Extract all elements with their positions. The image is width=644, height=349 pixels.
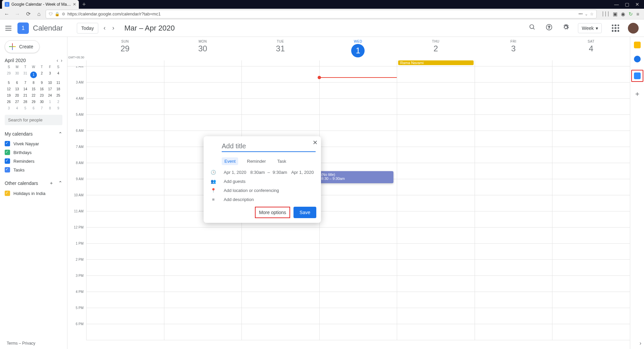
search-people-input[interactable] <box>5 115 62 125</box>
mini-day[interactable]: 19 <box>5 94 13 97</box>
time-cell[interactable] <box>552 99 630 115</box>
time-cell[interactable] <box>397 147 475 163</box>
time-cell[interactable] <box>552 324 630 340</box>
day-header[interactable]: THU2 <box>397 37 475 60</box>
time-cell[interactable] <box>397 211 475 228</box>
time-cell[interactable] <box>475 179 552 195</box>
time-cell[interactable] <box>319 115 397 131</box>
time-cell[interactable] <box>319 228 397 244</box>
settings-gear-icon[interactable] <box>562 24 569 32</box>
time-cell[interactable] <box>86 179 164 195</box>
time-cell[interactable] <box>475 131 552 147</box>
time-cell[interactable] <box>86 324 164 340</box>
mini-day[interactable]: 26 <box>5 100 13 104</box>
time-cell[interactable] <box>552 66 630 83</box>
mini-day[interactable]: 3 <box>5 106 13 110</box>
mini-day[interactable]: 10 <box>46 81 54 85</box>
main-menu-button[interactable] <box>5 24 13 32</box>
mini-day[interactable]: 4 <box>54 71 62 78</box>
calendar-grid[interactable]: GMT+05:30SUN29MON30TUE31WED1THU2FRI3SAT4… <box>67 37 630 349</box>
time-cell[interactable] <box>397 276 475 292</box>
day-header[interactable]: FRI3 <box>475 37 552 60</box>
time-cell[interactable] <box>241 99 319 115</box>
time-cell[interactable] <box>86 260 164 276</box>
add-description-field[interactable]: Add description <box>224 197 254 202</box>
checkbox-icon[interactable] <box>5 141 10 146</box>
time-cell[interactable] <box>86 66 164 83</box>
mini-day[interactable]: 24 <box>46 94 54 97</box>
next-period-button[interactable]: › <box>111 23 116 33</box>
time-cell[interactable] <box>164 66 242 83</box>
time-cell[interactable] <box>86 244 164 260</box>
time-cell[interactable] <box>475 324 552 340</box>
time-cell[interactable] <box>475 115 552 131</box>
checkbox-icon[interactable] <box>5 191 10 196</box>
time-cell[interactable] <box>397 195 475 211</box>
mini-day[interactable]: 14 <box>21 87 30 91</box>
allday-cell[interactable] <box>319 60 397 66</box>
time-cell[interactable] <box>397 179 475 195</box>
time-cell[interactable] <box>552 211 630 228</box>
time-cell[interactable] <box>552 131 630 147</box>
end-time[interactable]: 9:30am <box>273 170 287 175</box>
time-cell[interactable] <box>475 195 552 211</box>
time-cell[interactable] <box>475 163 552 179</box>
time-cell[interactable] <box>241 276 319 292</box>
time-cell[interactable] <box>475 147 552 163</box>
day-header[interactable]: SUN29 <box>86 37 164 60</box>
time-cell[interactable] <box>397 83 475 99</box>
mini-day[interactable]: 23 <box>38 94 46 97</box>
mini-day[interactable]: 20 <box>13 94 21 97</box>
time-cell[interactable] <box>475 276 552 292</box>
time-cell[interactable] <box>552 292 630 308</box>
back-button[interactable]: ← <box>3 10 11 18</box>
pocket-icon[interactable]: ⌄ <box>585 12 588 16</box>
time-cell[interactable] <box>241 115 319 131</box>
add-addon-icon[interactable]: ＋ <box>634 89 641 98</box>
save-button[interactable]: Save <box>293 207 316 218</box>
mini-day[interactable]: 8 <box>46 106 54 110</box>
hide-panel-button[interactable]: › <box>640 340 641 346</box>
reload-button[interactable]: ⟳ <box>24 10 32 18</box>
mini-day[interactable]: 25 <box>54 94 62 97</box>
time-cell[interactable] <box>241 292 319 308</box>
calendar-toggle[interactable]: Birthdays <box>5 148 62 157</box>
checkbox-icon[interactable] <box>5 167 10 172</box>
time-cell[interactable] <box>164 244 242 260</box>
time-cell[interactable] <box>241 83 319 99</box>
time-cell[interactable] <box>86 115 164 131</box>
more-options-button[interactable]: More options <box>255 207 290 218</box>
calendar-toggle[interactable]: Vivek Nayyar <box>5 139 62 148</box>
time-cell[interactable] <box>164 115 242 131</box>
mini-day[interactable]: 7 <box>38 106 46 110</box>
tasks-icon[interactable] <box>634 56 641 62</box>
time-cell[interactable] <box>397 228 475 244</box>
time-cell[interactable] <box>319 131 397 147</box>
maximize-icon[interactable]: ▢ <box>625 2 629 7</box>
browser-tab[interactable]: 1 Google Calendar - Week of Ma… ✕ <box>2 0 79 9</box>
mini-day[interactable]: 8 <box>30 81 38 85</box>
time-cell[interactable] <box>475 83 552 99</box>
google-apps-button[interactable] <box>612 24 619 32</box>
time-cell[interactable] <box>86 308 164 324</box>
time-cell[interactable] <box>164 83 242 99</box>
mini-prev-month[interactable]: ‹ <box>57 58 58 63</box>
allday-event[interactable]: Rama Navami <box>398 60 474 65</box>
time-cell[interactable] <box>319 147 397 163</box>
mini-next-month[interactable]: › <box>61 58 62 63</box>
time-cell[interactable] <box>397 99 475 115</box>
time-cell[interactable] <box>552 179 630 195</box>
time-cell[interactable] <box>552 83 630 99</box>
mini-day[interactable]: 15 <box>30 87 38 91</box>
time-cell[interactable] <box>552 260 630 276</box>
mini-day[interactable]: 12 <box>5 87 13 91</box>
time-cell[interactable] <box>86 83 164 99</box>
mini-day[interactable]: 2 <box>38 71 46 78</box>
prev-period-button[interactable]: ‹ <box>102 23 107 33</box>
time-cell[interactable] <box>397 292 475 308</box>
time-cell[interactable] <box>86 276 164 292</box>
time-cell[interactable] <box>241 308 319 324</box>
time-cell[interactable] <box>475 66 552 83</box>
mini-day[interactable]: 18 <box>54 87 62 91</box>
url-input[interactable]: 🛡 🔒 ⚙ https://calendar.google.com/calend… <box>46 10 597 18</box>
